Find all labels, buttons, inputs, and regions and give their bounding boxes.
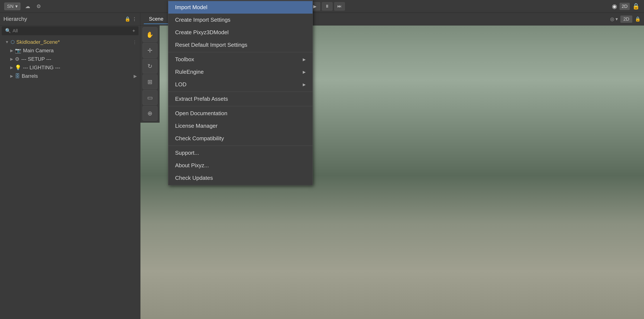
lighting-label: --- LIGHTING --- bbox=[23, 65, 60, 70]
menu-item-import-model[interactable]: Import Model bbox=[168, 1, 312, 13]
hierarchy-header: Hierarchy 🔒 ⋮ bbox=[0, 13, 140, 25]
hand-tool-button[interactable]: ✋ bbox=[142, 27, 158, 42]
hierarchy-search-bar: 🔍 All + bbox=[2, 26, 138, 35]
separator-4 bbox=[168, 146, 312, 146]
tree-item-setup[interactable]: ▶ ⚙ --- SETUP --- bbox=[0, 55, 140, 63]
2d-button[interactable]: 2D bbox=[620, 3, 630, 10]
menu-item-create-pixyz3dmodel-label: Create Pixyz3DModel bbox=[175, 29, 228, 36]
hierarchy-menu-icon[interactable]: ⋮ bbox=[132, 16, 137, 22]
menu-item-toolbox-label: Toolbox bbox=[175, 56, 194, 63]
camera-icon: 📷 bbox=[15, 48, 21, 53]
search-add-icon[interactable]: + bbox=[132, 28, 135, 33]
view-toggle-icon[interactable]: ◎ ▾ bbox=[610, 16, 618, 22]
tab-scene[interactable]: Scene bbox=[144, 14, 168, 24]
menu-item-open-documentation[interactable]: Open Documentation bbox=[168, 107, 312, 120]
expand-arrow-scene: ▼ bbox=[5, 40, 9, 44]
setup-icon: ⚙ bbox=[15, 56, 20, 62]
sn-dropdown-icon: ▾ bbox=[15, 3, 18, 9]
tab-scene-label: Scene bbox=[149, 16, 164, 22]
view-mode-icon[interactable]: ◉ bbox=[612, 3, 617, 10]
menu-item-extract-prefab-assets-label: Extract Prefab Assets bbox=[175, 96, 228, 102]
menu-item-reset-default-import-settings[interactable]: Reset Default Import Settings bbox=[168, 39, 312, 51]
menu-item-about-pixyz-label: About Pixyz... bbox=[175, 162, 209, 169]
2d-toggle[interactable]: 2D bbox=[620, 15, 632, 23]
barrels-label: Barrels bbox=[22, 73, 38, 79]
menu-item-ruleengine-label: RuleEngine bbox=[175, 69, 204, 75]
expand-arrow-lighting: ▶ bbox=[10, 65, 13, 70]
scene-menu-icon[interactable]: ⋮ bbox=[132, 39, 137, 45]
menu-item-support[interactable]: Support... bbox=[168, 147, 312, 159]
move-tool-button[interactable]: ✛ bbox=[142, 43, 158, 58]
scene-label: Skidloader_Scene* bbox=[16, 39, 60, 45]
scene-icon: ⬡ bbox=[11, 39, 15, 45]
menu-item-license-manager-label: License Manager bbox=[175, 123, 218, 129]
transform-tool-button[interactable]: ⊕ bbox=[142, 106, 158, 121]
menu-item-reset-default-import-settings-label: Reset Default Import Settings bbox=[175, 42, 248, 48]
menu-item-check-updates[interactable]: Check Updates bbox=[168, 172, 312, 184]
menu-item-import-model-label: Import Model bbox=[175, 4, 208, 11]
menu-item-lod-label: LOD bbox=[175, 81, 186, 88]
step-button[interactable]: ⏭ bbox=[334, 2, 345, 11]
tree-item-scene[interactable]: ▼ ⬡ Skidloader_Scene* ⋮ bbox=[0, 38, 140, 46]
menu-item-create-import-settings[interactable]: Create Import Settings bbox=[168, 13, 312, 26]
menu-item-support-label: Support... bbox=[175, 150, 199, 156]
main-camera-label: Main Camera bbox=[23, 48, 54, 53]
search-label[interactable]: All bbox=[12, 28, 18, 33]
menu-item-open-documentation-label: Open Documentation bbox=[175, 110, 228, 117]
lock-icon[interactable]: 🔒 bbox=[632, 3, 640, 10]
menu-item-extract-prefab-assets[interactable]: Extract Prefab Assets bbox=[168, 93, 312, 105]
tree-item-lighting[interactable]: ▶ 💡 --- LIGHTING --- bbox=[0, 63, 140, 72]
menu-item-check-compatibility[interactable]: Check Compatibility bbox=[168, 132, 312, 145]
rect-tool-button[interactable]: ▭ bbox=[142, 90, 158, 105]
expand-arrow-setup: ▶ bbox=[10, 57, 13, 61]
menu-item-about-pixyz[interactable]: About Pixyz... bbox=[168, 159, 312, 172]
sn-badge[interactable]: SN ▾ bbox=[4, 2, 20, 10]
menu-item-check-updates-label: Check Updates bbox=[175, 175, 213, 181]
play-controls: ▶ ⏸ ⏭ bbox=[310, 2, 345, 11]
sn-label: SN bbox=[7, 3, 14, 9]
search-icon: 🔍 bbox=[5, 28, 11, 33]
pause-button[interactable]: ⏸ bbox=[322, 2, 332, 11]
hierarchy-panel: Hierarchy 🔒 ⋮ 🔍 All + ▼ ⬡ Skidloader_Sce… bbox=[0, 13, 140, 319]
separator-2 bbox=[168, 92, 312, 92]
lighting-icon: 💡 bbox=[15, 65, 21, 70]
top-bar: SN ▾ ☁ ⚙ ▶ ⏸ ⏭ ◉ 2D 🔒 bbox=[0, 0, 644, 13]
scene-right-controls: ◎ ▾ 2D 🔒 bbox=[610, 15, 640, 23]
menu-item-check-compatibility-label: Check Compatibility bbox=[175, 135, 224, 142]
top-bar-left: SN ▾ ☁ ⚙ bbox=[0, 2, 47, 10]
setup-label: --- SETUP --- bbox=[21, 56, 51, 62]
barrel-icon: 🗄 bbox=[15, 73, 20, 79]
top-bar-right: ◉ 2D 🔒 bbox=[608, 3, 644, 10]
settings-icon[interactable]: ⚙ bbox=[35, 2, 42, 10]
hierarchy-tree: ▼ ⬡ Skidloader_Scene* ⋮ ▶ 📷 Main Camera … bbox=[0, 36, 140, 82]
menu-item-ruleengine[interactable]: RuleEngine bbox=[168, 66, 312, 78]
context-menu: Import Model Create Import Settings Crea… bbox=[168, 0, 313, 185]
toolbar-strip: ✋ ✛ ↻ ⊞ ▭ ⊕ bbox=[140, 25, 160, 123]
top-bar-center: ▶ ⏸ ⏭ bbox=[47, 2, 608, 11]
scene-lock-icon[interactable]: 🔒 bbox=[635, 16, 640, 22]
menu-item-lod[interactable]: LOD bbox=[168, 78, 312, 91]
menu-item-toolbox[interactable]: Toolbox bbox=[168, 53, 312, 66]
barrels-expand-icon: ▶ bbox=[134, 73, 137, 79]
hierarchy-title: Hierarchy bbox=[4, 16, 27, 22]
hierarchy-lock-icon[interactable]: 🔒 bbox=[125, 16, 130, 22]
tree-item-barrels[interactable]: ▶ 🗄 Barrels ▶ bbox=[0, 72, 140, 80]
tree-item-main-camera[interactable]: ▶ 📷 Main Camera bbox=[0, 46, 140, 55]
hierarchy-icons: 🔒 ⋮ bbox=[125, 16, 137, 22]
expand-arrow-camera: ▶ bbox=[10, 48, 13, 53]
expand-arrow-barrels: ▶ bbox=[10, 74, 13, 78]
menu-item-create-pixyz3dmodel[interactable]: Create Pixyz3DModel bbox=[168, 26, 312, 39]
scale-tool-button[interactable]: ⊞ bbox=[142, 74, 158, 89]
menu-item-license-manager[interactable]: License Manager bbox=[168, 120, 312, 132]
rotate-tool-button[interactable]: ↻ bbox=[142, 59, 158, 73]
menu-item-create-import-settings-label: Create Import Settings bbox=[175, 16, 230, 23]
cloud-icon[interactable]: ☁ bbox=[24, 2, 32, 10]
separator-1 bbox=[168, 52, 312, 52]
